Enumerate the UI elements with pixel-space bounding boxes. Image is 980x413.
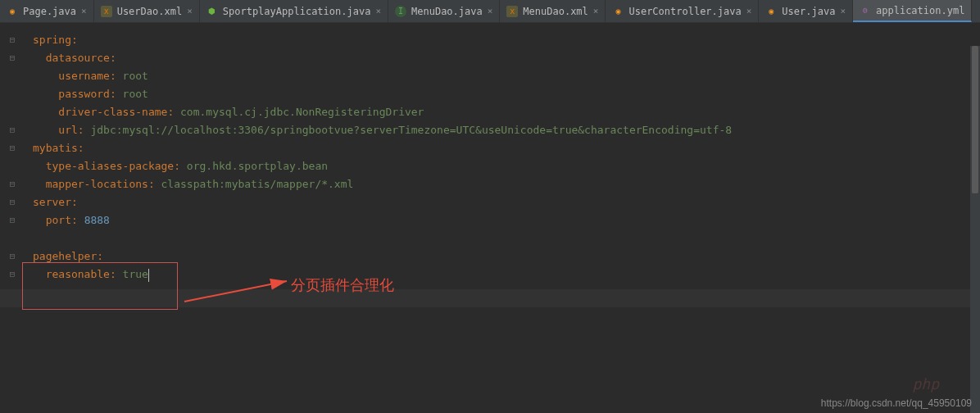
close-icon[interactable]: × bbox=[488, 6, 493, 16]
close-icon[interactable]: × bbox=[375, 6, 381, 16]
current-line-highlight bbox=[0, 289, 980, 307]
tab-user-java[interactable]: ◉ User.java × bbox=[759, 0, 853, 22]
code-line: spring: bbox=[33, 31, 980, 49]
tab-application-yml[interactable]: ⚙ application.yml bbox=[853, 0, 972, 22]
code-line: mybatis: bbox=[33, 139, 980, 157]
url-watermark: https://blog.csdn.net/qq_45950109 bbox=[821, 397, 972, 409]
code-content[interactable]: spring: datasource: username: root passw… bbox=[0, 31, 980, 284]
code-line: datasource: bbox=[33, 49, 980, 67]
tab-label: application.yml bbox=[876, 5, 964, 16]
tab-label: Page.java bbox=[23, 6, 76, 17]
code-line: mapper-locations: classpath:mybatis/mapp… bbox=[33, 175, 980, 193]
text-cursor bbox=[148, 269, 149, 282]
tab-label: User.java bbox=[782, 6, 835, 17]
code-line: password: root bbox=[33, 85, 980, 103]
tab-label: MenuDao.xml bbox=[523, 6, 588, 17]
code-line: url: jdbc:mysql://localhost:3306/springb… bbox=[33, 121, 980, 139]
code-line: driver-class-name: com.mysql.cj.jdbc.Non… bbox=[33, 103, 980, 121]
spring-icon: ⬢ bbox=[206, 6, 218, 17]
tab-sportplay-app[interactable]: ⬢ SportplayApplication.java × bbox=[200, 0, 388, 22]
tab-page-java[interactable]: ◉ Page.java × bbox=[0, 0, 94, 22]
tab-label: MenuDao.java bbox=[411, 6, 483, 17]
code-line: pagehelper: bbox=[33, 247, 980, 266]
close-icon[interactable]: × bbox=[187, 6, 193, 16]
xml-icon: x bbox=[101, 6, 112, 17]
close-icon[interactable]: × bbox=[81, 6, 87, 16]
code-line bbox=[33, 229, 980, 247]
logo-watermark: php bbox=[912, 375, 939, 393]
code-line: type-aliases-package: org.hkd.sportplay.… bbox=[33, 157, 980, 175]
xml-icon: x bbox=[506, 6, 518, 17]
java-icon: ◉ bbox=[7, 6, 18, 17]
code-line: reasonable: true bbox=[33, 266, 980, 284]
yml-icon: ⚙ bbox=[860, 5, 871, 16]
code-line: port: 8888 bbox=[33, 211, 980, 229]
code-editor[interactable]: ⊟ ⊟ ⊟ ⊟ ⊟ ⊟ ⊟ ⊟ ⊟ spring: datasource: us… bbox=[0, 23, 980, 413]
tab-label: UserDao.xml bbox=[117, 6, 182, 17]
tab-userdao-xml[interactable]: x UserDao.xml × bbox=[94, 0, 200, 22]
tab-menudao-java[interactable]: I MenuDao.java × bbox=[388, 0, 500, 22]
editor-tab-bar: ◉ Page.java × x UserDao.xml × ⬢ Sportpla… bbox=[0, 0, 980, 23]
java-icon: ◉ bbox=[765, 6, 777, 17]
tab-usercontroller[interactable]: ◉ UserController.java × bbox=[606, 0, 759, 22]
code-line: username: root bbox=[33, 67, 980, 85]
tab-menudao-xml[interactable]: x MenuDao.xml × bbox=[500, 0, 606, 22]
interface-icon: I bbox=[395, 6, 406, 17]
code-line: server: bbox=[33, 193, 980, 211]
tab-label: UserController.java bbox=[628, 6, 741, 17]
close-icon[interactable]: × bbox=[593, 6, 599, 16]
tab-label: SportplayApplication.java bbox=[223, 6, 371, 17]
close-icon[interactable]: × bbox=[746, 6, 752, 16]
java-icon: ◉ bbox=[612, 6, 624, 17]
close-icon[interactable]: × bbox=[840, 6, 846, 16]
